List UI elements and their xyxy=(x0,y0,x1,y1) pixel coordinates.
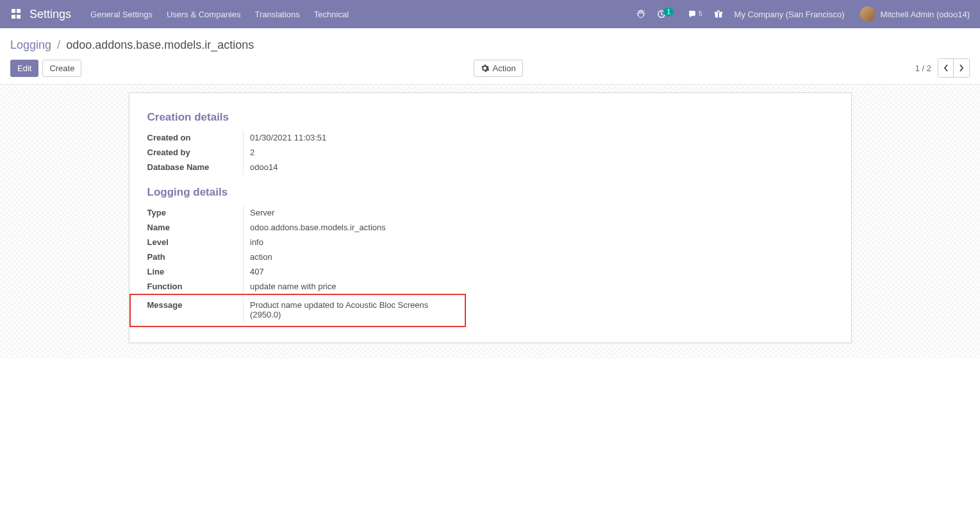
activity-badge: 1 xyxy=(663,8,674,16)
apps-icon[interactable] xyxy=(12,9,22,19)
main-menu: General Settings Users & Companies Trans… xyxy=(90,10,349,19)
pager-buttons xyxy=(938,58,970,78)
pager-prev-button[interactable] xyxy=(938,59,954,77)
form-sheet: Creation details Created on 01/30/2021 1… xyxy=(129,92,852,343)
value-line: 407 xyxy=(244,264,392,279)
menu-translations[interactable]: Translations xyxy=(255,10,300,19)
value-type: Server xyxy=(244,205,392,220)
menu-general-settings[interactable]: General Settings xyxy=(90,10,153,19)
menu-users-companies[interactable]: Users & Companies xyxy=(167,10,241,19)
logging-details-group: Type Server Name odoo.addons.base.models… xyxy=(147,205,392,294)
label-level: Level xyxy=(147,235,244,250)
systray: 1 5 My Company (San Francisco) Mitchell … xyxy=(636,6,970,22)
row-line: Line 407 xyxy=(147,264,392,279)
value-message: Product name updated to Acoustic Bloc Sc… xyxy=(244,298,465,322)
row-path: Path action xyxy=(147,250,392,264)
pager-next-button[interactable] xyxy=(954,59,969,77)
label-created-by: Created by xyxy=(147,145,244,160)
svg-rect-3 xyxy=(718,12,719,18)
section-title-logging: Logging details xyxy=(147,186,833,199)
breadcrumb-sep: / xyxy=(57,38,60,51)
messages-icon[interactable]: 5 xyxy=(688,10,702,19)
value-created-by: 2 xyxy=(244,145,333,160)
label-name: Name xyxy=(147,220,244,235)
user-name: Mitchell Admin (odoo14) xyxy=(881,10,970,19)
row-function: Function update name with price xyxy=(147,279,392,294)
chevron-left-icon xyxy=(943,64,949,72)
edit-button[interactable]: Edit xyxy=(10,60,38,77)
avatar xyxy=(860,6,876,22)
user-menu[interactable]: Mitchell Admin (odoo14) xyxy=(860,6,970,22)
row-created-on: Created on 01/30/2021 11:03:51 xyxy=(147,130,333,145)
value-function: update name with price xyxy=(244,279,392,294)
value-name: odoo.addons.base.models.ir_actions xyxy=(244,220,392,235)
action-button[interactable]: Action xyxy=(474,60,522,77)
row-type: Type Server xyxy=(147,205,392,220)
row-message: Message Product name updated to Acoustic… xyxy=(147,298,465,322)
create-button[interactable]: Create xyxy=(42,60,81,77)
value-level: info xyxy=(244,235,392,250)
breadcrumb-current: odoo.addons.base.models.ir_actions xyxy=(66,38,254,51)
bug-icon[interactable] xyxy=(636,10,645,19)
control-panel: Logging / odoo.addons.base.models.ir_act… xyxy=(0,28,980,85)
gift-icon[interactable] xyxy=(714,10,723,19)
messages-badge: 5 xyxy=(699,11,702,17)
creation-details-group: Created on 01/30/2021 11:03:51 Created b… xyxy=(147,130,333,174)
pager: 1 / 2 xyxy=(915,64,931,73)
chevron-right-icon xyxy=(959,64,964,72)
section-title-creation: Creation details xyxy=(147,111,833,124)
label-type: Type xyxy=(147,205,244,220)
top-navbar: Settings General Settings Users & Compan… xyxy=(0,0,980,28)
value-path: action xyxy=(244,250,392,264)
content-area: Creation details Created on 01/30/2021 1… xyxy=(0,85,980,359)
value-created-on: 01/30/2021 11:03:51 xyxy=(244,130,333,145)
app-brand[interactable]: Settings xyxy=(29,8,71,21)
activity-icon[interactable]: 1 xyxy=(657,10,676,19)
label-created-on: Created on xyxy=(147,130,244,145)
action-label: Action xyxy=(492,64,515,73)
row-db-name: Database Name odoo14 xyxy=(147,160,333,174)
label-db-name: Database Name xyxy=(147,160,244,174)
breadcrumb: Logging / odoo.addons.base.models.ir_act… xyxy=(10,38,970,52)
row-name: Name odoo.addons.base.models.ir_actions xyxy=(147,220,392,235)
row-created-by: Created by 2 xyxy=(147,145,333,160)
label-function: Function xyxy=(147,279,244,294)
gear-icon xyxy=(481,64,489,72)
label-path: Path xyxy=(147,250,244,264)
row-level: Level info xyxy=(147,235,392,250)
label-message: Message xyxy=(147,298,244,322)
label-line: Line xyxy=(147,264,244,279)
value-db-name: odoo14 xyxy=(244,160,333,174)
company-selector[interactable]: My Company (San Francisco) xyxy=(735,10,845,19)
highlighted-message-row: Message Product name updated to Acoustic… xyxy=(129,294,466,327)
breadcrumb-root[interactable]: Logging xyxy=(10,38,51,51)
menu-technical[interactable]: Technical xyxy=(314,10,349,19)
